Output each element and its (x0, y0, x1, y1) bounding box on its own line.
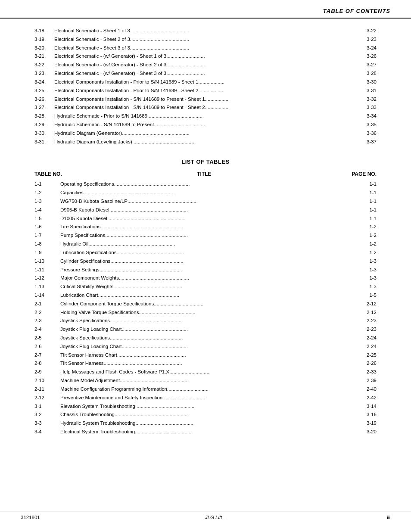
toc-entry: 3-21.Electrical Schematic - (w/ Generato… (34, 53, 377, 60)
lot-entry-text: Cylinder Specifications.................… (60, 258, 360, 265)
lot-entry: 2-1Cylinder Component Torque Specificati… (34, 300, 377, 308)
toc-entry: 3-27.Electrical Componants Installation … (34, 104, 377, 112)
lot-entry-page: 2-23 (360, 317, 377, 325)
lot-entry-page: 1-2 (360, 249, 377, 257)
lot-entry-text: Pump Specifications.....................… (60, 232, 360, 240)
toc-entry-num: 3-28. (34, 112, 54, 120)
toc-entry-page: 3-26 (360, 53, 377, 60)
toc-entry: 3-31.Hydraulic Diagram (Leveling Jacks).… (34, 138, 377, 146)
header-title: TABLE OF CONTENTS (323, 8, 390, 14)
toc-entry-text: Electrical Componants Installation - Pri… (54, 78, 360, 86)
lot-entry: 3-2Chassis Troubleshooting..............… (34, 411, 377, 419)
toc-entry-num: 3-20. (34, 44, 54, 52)
lot-entry-text: Operating Specifications................… (60, 180, 360, 188)
toc-entry-page: 3-23 (360, 36, 377, 44)
lot-entry-num: 3-4 (34, 428, 60, 436)
toc-entry: 3-24.Electrical Componants Installation … (34, 78, 377, 86)
toc-entry-text: Electrical Schematic - (w/ Generator) - … (54, 53, 360, 60)
toc-entry-num: 3-29. (34, 121, 54, 129)
lot-entry-text: Lubrication Chart.......................… (60, 292, 360, 299)
lot-entry-text: Preventive Maintenance and Safety Inspec… (60, 394, 360, 402)
lot-entry: 2-12Preventive Maintenance and Safety In… (34, 394, 377, 402)
lot-entry-text: Pressure Settings.......................… (60, 266, 360, 274)
lot-entry-page: 1-1 (360, 180, 377, 188)
lot-entry: 2-3Joystick Specifications..............… (34, 317, 377, 325)
toc-entry-page: 3-35 (360, 121, 377, 129)
lot-entry-text: Help Messages and Flash Codes - Software… (60, 368, 360, 376)
lot-entry: 1-11Pressure Settings...................… (34, 266, 377, 274)
toc-entry: 3-20.Electrical Schematic - Sheet 3 of 3… (34, 44, 377, 52)
toc-entry-page: 3-30 (360, 78, 377, 86)
lot-entry: 1-2Capacities...........................… (34, 189, 377, 197)
lot-entry: 1-10Cylinder Specifications.............… (34, 258, 377, 265)
lot-entry: 1-13Critical Stability Weights..........… (34, 283, 377, 291)
toc-entry: 3-28.Hydraulic Schematic - Prior to S/N … (34, 112, 377, 120)
lot-entry-num: 1-9 (34, 249, 60, 257)
lot-entry-num: 1-11 (34, 266, 60, 274)
toc-entry-page: 3-37 (360, 138, 377, 146)
lot-entry-page: 1-2 (360, 240, 377, 248)
lot-entry-text: Joystick Specifications.................… (60, 334, 360, 342)
lot-entry-num: 1-2 (34, 189, 60, 197)
lot-entry-text: Joystick Plug Loading Chart.............… (60, 326, 360, 333)
lot-entry-num: 1-1 (34, 180, 60, 188)
lot-entry: 1-7Pump Specifications..................… (34, 232, 377, 240)
lot-entry-text: D1005 Kubota Diesel.....................… (60, 215, 360, 223)
lot-entry-num: 1-6 (34, 223, 60, 231)
lot-entry-page: 2-24 (360, 334, 377, 342)
lot-entry: 1-9Lubrication Specifications...........… (34, 249, 377, 257)
lot-entry-text: Machine Configuration Programming Inform… (60, 386, 360, 393)
lot-entry-num: 2-3 (34, 317, 60, 325)
toc-entry-page: 3-24 (360, 44, 377, 52)
lot-entry-num: 2-4 (34, 326, 60, 333)
lot-entry-page: 1-3 (360, 258, 377, 265)
toc-entry: 3-23.Electrical Schematic - (w/ Generato… (34, 70, 377, 78)
lot-entry-page: 3-20 (360, 428, 377, 436)
toc-entry: 3-22.Electrical Schematic - (w/ Generato… (34, 61, 377, 69)
lot-entry-page: 2-40 (360, 386, 377, 393)
lot-entry: 1-1Operating Specifications.............… (34, 180, 377, 188)
lot-entry: 3-4Electrical System Troubleshooting....… (34, 428, 377, 436)
toc-entry-text: Electrical Componants Installation - S/N… (54, 104, 360, 112)
lot-entry: 3-1Elevation System Troubleshooting.....… (34, 403, 377, 411)
toc-entry: 3-26.Electrical Componants Installation … (34, 96, 377, 103)
toc-entry: 3-30.Hydraulic Diagram (Generator)......… (34, 130, 377, 137)
lot-entry-text: Electrical System Troubleshooting.......… (60, 428, 360, 436)
lot-entry: 2-2Holding Valve Torque Specifications..… (34, 309, 377, 317)
toc-entry-text: Electrical Schematic - Sheet 3 of 3.....… (54, 44, 360, 52)
toc-entry: 3-25.Electrical Componants Installation … (34, 87, 377, 95)
lot-entry: 1-8Hydraulic Oil........................… (34, 240, 377, 248)
page-header: TABLE OF CONTENTS (0, 0, 411, 19)
lot-entry-page: 1-3 (360, 283, 377, 291)
lot-entry-page: 3-16 (360, 411, 377, 419)
lot-entry-text: Joystick Specifications.................… (60, 317, 360, 325)
footer-page-number: iii (387, 515, 390, 520)
lot-entry-num: 1-5 (34, 215, 60, 223)
list-of-tables-header: TABLE NO. TITLE PAGE NO. (34, 171, 377, 178)
toc-entry-num: 3-24. (34, 78, 54, 86)
lot-entry: 2-9Help Messages and Flash Codes - Softw… (34, 368, 377, 376)
list-of-tables-title: LIST OF TABLES (34, 159, 377, 165)
lot-entry-text: Hydraulic Oil...........................… (60, 240, 360, 248)
toc-entry-text: Electrical Componants Installation - S/N… (54, 96, 360, 103)
lot-entry-text: Cylinder Component Torque Specifications… (60, 300, 360, 308)
lot-entry-num: 2-7 (34, 352, 60, 359)
lot-entry-text: Critical Stability Weights..............… (60, 283, 360, 291)
col-page-no: PAGE NO. (346, 171, 377, 177)
lot-entry-page: 2-23 (360, 326, 377, 333)
toc-entry-num: 3-25. (34, 87, 54, 95)
lot-entry-page: 2-33 (360, 368, 377, 376)
toc-entry-text: Hydraulic Schematic - S/N 141689 to Pres… (54, 121, 360, 129)
lot-entry-page: 2-25 (360, 352, 377, 359)
lot-entry-num: 1-13 (34, 283, 60, 291)
lot-entries-list: 1-1Operating Specifications.............… (34, 180, 377, 436)
main-content: 3-18.Electrical Schematic - Sheet 1 of 3… (0, 19, 411, 445)
col-title: TITLE (62, 171, 346, 177)
footer-brand: – JLG Lift – (201, 515, 226, 520)
lot-entry: 1-12Major Component Weights.............… (34, 274, 377, 282)
lot-entry-text: D905-B Kubota Diesel....................… (60, 206, 360, 214)
lot-entry-page: 1-1 (360, 206, 377, 214)
lot-entry-num: 2-10 (34, 377, 60, 385)
toc-entry-num: 3-26. (34, 96, 54, 103)
toc-entry-text: Electrical Schematic - Sheet 1 of 3.....… (54, 27, 360, 35)
